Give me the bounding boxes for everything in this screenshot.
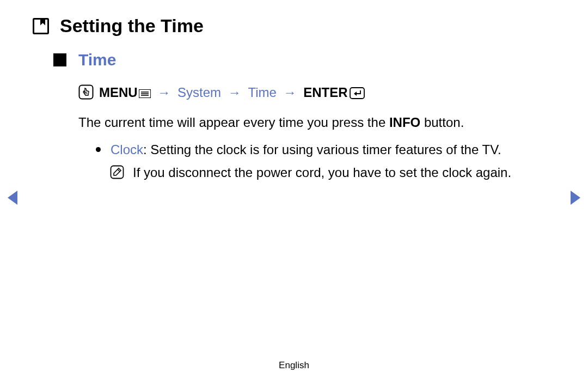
hand-button-icon: m: [78, 84, 94, 103]
nav-menu-label: MENU: [99, 85, 138, 100]
nav-enter-label: ENTER: [303, 85, 347, 100]
content-area: m MENU → System → Time → ENTER The curre…: [78, 84, 555, 182]
section-title: Time: [78, 51, 116, 69]
bullet-body: : Setting the clock is for using various…: [143, 142, 501, 157]
note-item: If you disconnect the power cord, you ha…: [110, 163, 555, 182]
subsection-heading: Time: [53, 51, 555, 69]
desc-post: button.: [420, 115, 464, 130]
arrow-3: →: [280, 85, 300, 100]
bullet-item: Clock: Setting the clock is for using va…: [96, 140, 555, 160]
bullet-dot-icon: [96, 147, 101, 152]
prev-page-button[interactable]: [5, 190, 19, 208]
page-title: Setting the Time: [60, 15, 204, 36]
arrow-1: →: [154, 85, 174, 100]
bullet-label: Clock: [111, 142, 143, 157]
nav-step-system: System: [177, 85, 221, 100]
bullet-text: Clock: Setting the clock is for using va…: [111, 140, 501, 160]
bookmark-icon: [33, 18, 49, 34]
page-heading: Setting the Time: [33, 15, 555, 36]
subsection: Time m MENU → System → Time → ENTER T: [53, 51, 555, 182]
desc-pre: The current time will appear every time …: [78, 115, 389, 130]
navigation-path: m MENU → System → Time → ENTER: [78, 84, 555, 103]
enter-return-icon: [350, 87, 365, 102]
nav-step-time: Time: [248, 85, 276, 100]
note-text: If you disconnect the power cord, you ha…: [133, 163, 511, 182]
svg-text:m: m: [84, 91, 87, 95]
note-pencil-icon: [110, 165, 124, 181]
footer-language: English: [0, 360, 588, 371]
description-text: The current time will appear every time …: [78, 113, 555, 132]
arrow-2: →: [225, 85, 244, 100]
svg-rect-7: [111, 166, 124, 179]
svg-line-8: [118, 169, 120, 172]
nav-path-text: MENU → System → Time → ENTER: [99, 85, 365, 102]
svg-rect-6: [350, 88, 364, 99]
next-page-button[interactable]: [569, 190, 583, 208]
desc-bold: INFO: [389, 115, 420, 130]
square-bullet-icon: [53, 53, 66, 66]
menu-bars-icon: [139, 86, 151, 101]
